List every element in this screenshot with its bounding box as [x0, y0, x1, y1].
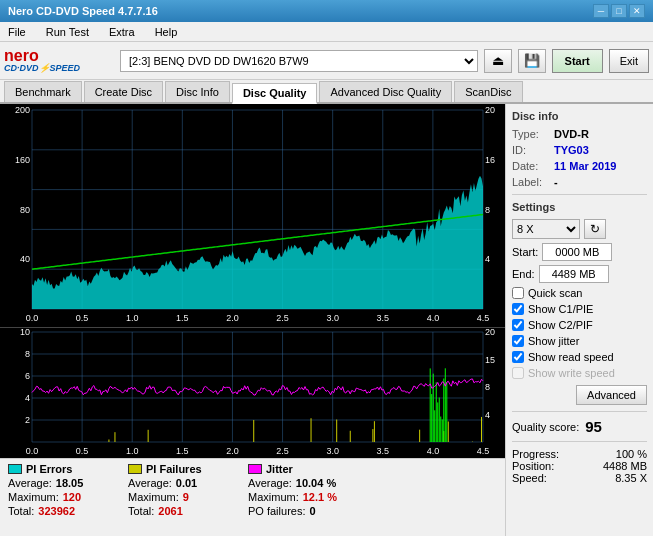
tab-disc-info[interactable]: Disc Info: [165, 81, 230, 102]
disc-id-value: TYG03: [554, 144, 589, 156]
menu-help[interactable]: Help: [151, 24, 182, 40]
show-c1pie-label: Show C1/PIE: [528, 303, 593, 315]
legend-pi-failures: PI Failures Average: 0.01 Maximum: 9 Tot…: [128, 463, 228, 532]
end-mb-input[interactable]: [539, 265, 609, 283]
jitter-color-box: [248, 464, 262, 474]
position-value: 4488 MB: [603, 460, 647, 472]
save-button[interactable]: 💾: [518, 49, 546, 73]
progress-section: Progress: 100 % Position: 4488 MB Speed:…: [512, 448, 647, 484]
progress-label: Progress:: [512, 448, 559, 460]
maximize-button[interactable]: □: [611, 4, 627, 18]
show-jitter-label: Show jitter: [528, 335, 579, 347]
jitter-po-val: 0: [309, 505, 315, 517]
menu-extra[interactable]: Extra: [105, 24, 139, 40]
legend-jitter-title: Jitter: [248, 463, 348, 475]
pi-errors-max-val: 120: [63, 491, 81, 503]
jitter-avg-val: 10.04 %: [296, 477, 336, 489]
disc-date-label: Date:: [512, 160, 550, 172]
title-bar: Nero CD-DVD Speed 4.7.7.16 ─ □ ✕: [0, 0, 653, 22]
pi-errors-avg-val: 18.05: [56, 477, 84, 489]
position-label: Position:: [512, 460, 554, 472]
menu-file[interactable]: File: [4, 24, 30, 40]
legend-pi-failures-title: PI Failures: [128, 463, 228, 475]
main-content: PI Errors Average: 18.05 Maximum: 120 To…: [0, 104, 653, 536]
tab-bar: Benchmark Create Disc Disc Info Disc Qua…: [0, 80, 653, 104]
quality-score-value: 95: [585, 418, 602, 435]
quick-scan-row: Quick scan: [512, 287, 647, 299]
show-read-speed-checkbox[interactable]: [512, 351, 524, 363]
disc-id-row: ID: TYG03: [512, 144, 647, 156]
menu-run-test[interactable]: Run Test: [42, 24, 93, 40]
start-button[interactable]: Start: [552, 49, 603, 73]
right-panel: Disc info Type: DVD-R ID: TYG03 Date: 11…: [505, 104, 653, 536]
position-row: Position: 4488 MB: [512, 460, 647, 472]
device-select[interactable]: [2:3] BENQ DVD DD DW1620 B7W9: [120, 50, 478, 72]
chart-top: [0, 104, 505, 328]
divider-2: [512, 411, 647, 412]
divider-3: [512, 441, 647, 442]
end-mb-label: End:: [512, 268, 535, 280]
jitter-max-row: Maximum: 12.1 %: [248, 491, 348, 503]
end-mb-row: End:: [512, 265, 647, 283]
pi-failures-max-row: Maximum: 9: [128, 491, 228, 503]
header-area: nero CD·DVD⚡SPEED [2:3] BENQ DVD DD DW16…: [0, 42, 653, 80]
progress-value: 100 %: [616, 448, 647, 460]
show-jitter-row: Show jitter: [512, 335, 647, 347]
bottom-chart-canvas: [0, 328, 505, 458]
pi-errors-total-val: 323962: [38, 505, 75, 517]
exit-button[interactable]: Exit: [609, 49, 649, 73]
logo-sub: CD·DVD⚡SPEED: [4, 64, 114, 73]
pi-errors-avg-row: Average: 18.05: [8, 477, 108, 489]
quality-score-row: Quality score: 95: [512, 418, 647, 435]
charts-container: [0, 104, 505, 458]
divider-1: [512, 194, 647, 195]
quick-scan-checkbox[interactable]: [512, 287, 524, 299]
settings-title: Settings: [512, 201, 647, 213]
tab-advanced-disc-quality[interactable]: Advanced Disc Quality: [319, 81, 452, 102]
pi-failures-avg-val: 0.01: [176, 477, 197, 489]
pi-failures-total-val: 2061: [158, 505, 182, 517]
disc-info-title: Disc info: [512, 110, 647, 122]
chart-bottom: [0, 328, 505, 458]
minimize-button[interactable]: ─: [593, 4, 609, 18]
show-write-speed-checkbox[interactable]: [512, 367, 524, 379]
logo-nero: nero: [4, 48, 114, 64]
disc-date-row: Date: 11 Mar 2019: [512, 160, 647, 172]
close-button[interactable]: ✕: [629, 4, 645, 18]
pi-failures-max-val: 9: [183, 491, 189, 503]
start-mb-row: Start:: [512, 243, 647, 261]
jitter-po-row: PO failures: 0: [248, 505, 348, 517]
pi-errors-total-row: Total: 323962: [8, 505, 108, 517]
legend-jitter: Jitter Average: 10.04 % Maximum: 12.1 % …: [248, 463, 348, 532]
tab-scandisc[interactable]: ScanDisc: [454, 81, 522, 102]
tab-disc-quality[interactable]: Disc Quality: [232, 83, 318, 104]
show-c1pie-checkbox[interactable]: [512, 303, 524, 315]
legend-pi-errors-title: PI Errors: [8, 463, 108, 475]
refresh-button[interactable]: ↻: [584, 219, 606, 239]
tab-create-disc[interactable]: Create Disc: [84, 81, 163, 102]
show-jitter-checkbox[interactable]: [512, 335, 524, 347]
speed-row: 8 X ↻: [512, 219, 647, 239]
show-read-speed-label: Show read speed: [528, 351, 614, 363]
tab-benchmark[interactable]: Benchmark: [4, 81, 82, 102]
show-c2pif-checkbox[interactable]: [512, 319, 524, 331]
disc-id-label: ID:: [512, 144, 550, 156]
disc-type-value: DVD-R: [554, 128, 589, 140]
start-mb-label: Start:: [512, 246, 538, 258]
disc-label-value: -: [554, 176, 558, 188]
jitter-avg-row: Average: 10.04 %: [248, 477, 348, 489]
quick-scan-label: Quick scan: [528, 287, 582, 299]
window-controls: ─ □ ✕: [593, 4, 645, 18]
disc-type-row: Type: DVD-R: [512, 128, 647, 140]
show-c1pie-row: Show C1/PIE: [512, 303, 647, 315]
menu-bar: File Run Test Extra Help: [0, 22, 653, 42]
eject-button[interactable]: ⏏: [484, 49, 512, 73]
advanced-button[interactable]: Advanced: [576, 385, 647, 405]
show-read-speed-row: Show read speed: [512, 351, 647, 363]
pi-failures-color-box: [128, 464, 142, 474]
speed-select[interactable]: 8 X: [512, 219, 580, 239]
show-c2pif-label: Show C2/PIF: [528, 319, 593, 331]
app-title: Nero CD-DVD Speed 4.7.7.16: [8, 5, 158, 17]
start-mb-input[interactable]: [542, 243, 612, 261]
speed-value: 8.35 X: [615, 472, 647, 484]
